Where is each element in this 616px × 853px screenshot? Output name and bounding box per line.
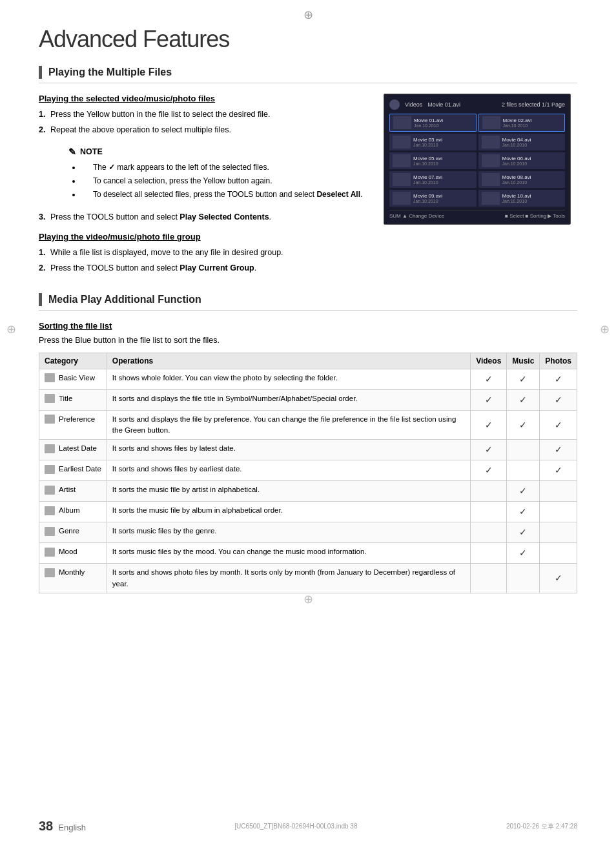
bottom-crosshair-decoration: ⊕ — [303, 592, 313, 606]
table-row: Genre It sorts music files by the genre.… — [39, 522, 577, 543]
note-icon: ✎ — [68, 145, 76, 159]
thumb — [393, 136, 411, 149]
music-check — [507, 564, 540, 593]
table-row: Earliest Date It sorts and shows files b… — [39, 460, 577, 481]
table-row: Title It sorts and displays the file tit… — [39, 389, 577, 410]
photos-check: ✓ — [540, 410, 577, 440]
title-icon — [45, 394, 55, 403]
screen-status: 2 files selected 1/1 Page — [502, 101, 565, 108]
thumb — [393, 173, 411, 186]
screen-footer: SUM ▲ Change Device ■ Select ■ Sorting ▶… — [389, 210, 565, 219]
earliest-date-icon — [45, 465, 55, 474]
screen-file-item: Movie 07.avi Jan.10.2010 — [389, 171, 477, 188]
preference-icon — [45, 415, 55, 424]
music-check: ✓ — [507, 502, 540, 522]
videos-check: ✓ — [471, 389, 507, 410]
videos-check — [471, 481, 507, 502]
cat-cell: Basic View — [39, 369, 107, 389]
table-row: Album It sorts the music file by album i… — [39, 502, 577, 522]
page-footer: 38 English [UC6500_ZT]BN68-02694H-00L03.… — [0, 819, 616, 834]
desc-cell: It sorts and displays the file by prefer… — [107, 410, 470, 440]
content-left: Playing the selected video/music/photo f… — [39, 94, 371, 278]
photos-check: ✓ — [540, 440, 577, 460]
file-info: Movie 06.avi Jan.10.2010 — [502, 156, 531, 166]
cat-cell: Genre — [39, 522, 107, 543]
table-row: Monthly It sorts and shows photo files b… — [39, 564, 577, 593]
section1-header: Playing the Multiple Files — [39, 66, 577, 83]
screen-label: Videos — [405, 101, 422, 108]
album-icon — [45, 506, 55, 515]
section2: Media Play Additional Function Sorting t… — [39, 293, 577, 593]
table-row: Preference It sorts and displays the fil… — [39, 410, 577, 440]
screen-file-item: Movie 03.avi Jan.10.2010 — [389, 134, 477, 150]
screen-file-item: Movie 01.avi Jan.10.2010 — [389, 114, 477, 132]
note-item-2: To cancel a selection, press the Yellow … — [81, 175, 364, 187]
file-info: Movie 05.avi Jan.10.2010 — [413, 156, 442, 166]
cat-cell: Album — [39, 502, 107, 522]
artist-icon — [45, 486, 55, 495]
file-info: Movie 08.avi Jan.10.2010 — [502, 174, 531, 185]
section2-header: Media Play Additional Function — [39, 293, 577, 311]
music-check — [507, 460, 540, 481]
videos-check — [471, 564, 507, 593]
videos-check: ✓ — [471, 410, 507, 440]
screen-footer-right: ■ Select ■ Sorting ▶ Tools — [505, 213, 565, 219]
desc-cell: It sorts music files by the genre. — [107, 522, 470, 543]
photos-check: ✓ — [540, 369, 577, 389]
thumb — [393, 192, 411, 205]
latest-date-icon — [45, 444, 55, 453]
music-check: ✓ — [507, 543, 540, 564]
step1-3: 3. Press the TOOLS button and select Pla… — [39, 211, 371, 223]
col-videos: Videos — [471, 353, 507, 369]
right-crosshair-decoration: ⊕ — [600, 322, 610, 336]
sort-intro: Press the Blue button in the file list t… — [39, 336, 577, 345]
music-check — [507, 440, 540, 460]
file-info: Movie 10.avi Jan.10.2010 — [502, 193, 531, 203]
file-info: Movie 09.avi Jan.10.2010 — [413, 193, 442, 203]
folder-icon — [45, 373, 55, 382]
screen-logo-icon — [389, 99, 400, 110]
photos-check — [540, 481, 577, 502]
page-title: Advanced Features — [39, 26, 577, 53]
music-check: ✓ — [507, 410, 540, 440]
thumb — [482, 136, 500, 149]
subsection1-steps: 1. Press the Yellow button in the file l… — [39, 108, 371, 223]
page-container: ⊕ ⊕ ⊕ Advanced Features Playing the Mult… — [0, 0, 616, 645]
music-check: ✓ — [507, 481, 540, 502]
table-row: Basic View It shows whole folder. You ca… — [39, 369, 577, 389]
subsection1-title: Playing the selected video/music/photo f… — [39, 94, 371, 103]
cat-cell: Preference — [39, 410, 107, 440]
section1-content: Playing the selected video/music/photo f… — [39, 94, 577, 278]
file-info: Movie 07.avi Jan.10.2010 — [413, 174, 442, 185]
screen-file-item: Movie 08.avi Jan.10.2010 — [478, 171, 566, 188]
photos-check: ✓ — [540, 389, 577, 410]
sort-title: Sorting the file list — [39, 321, 577, 331]
videos-check — [471, 502, 507, 522]
table-row: Latest Date It sorts and shows files by … — [39, 440, 577, 460]
screen-mockup: Videos Movie 01.avi 2 files selected 1/1… — [384, 94, 571, 225]
col-music: Music — [507, 353, 540, 369]
table-row: Mood It sorts music files by the mood. Y… — [39, 543, 577, 564]
desc-cell: It sorts the music file by album in alph… — [107, 502, 470, 522]
thumb — [393, 154, 411, 167]
desc-cell: It shows whole folder. You can view the … — [107, 369, 470, 389]
videos-check — [471, 522, 507, 543]
screen-file-item: Movie 06.avi Jan.10.2010 — [478, 152, 566, 169]
cat-cell: Title — [39, 389, 107, 410]
page-language: English — [58, 823, 86, 832]
screen-file-item: Movie 10.avi Jan.10.2010 — [478, 190, 566, 207]
table-row: Artist It sorts the music file by artist… — [39, 481, 577, 502]
top-crosshair-decoration: ⊕ — [303, 8, 313, 22]
music-check: ✓ — [507, 389, 540, 410]
footer-file-info: [UC6500_ZT]BN68-02694H-00L03.indb 38 — [234, 823, 357, 830]
monthly-icon — [45, 568, 55, 577]
note-item-1: The ✓ mark appears to the left of the se… — [81, 161, 364, 173]
desc-cell: It sorts music files by the mood. You ca… — [107, 543, 470, 564]
thumb — [482, 116, 500, 129]
sort-table: Category Operations Videos Music Photos … — [39, 353, 577, 593]
cat-cell: Monthly — [39, 564, 107, 593]
videos-check — [471, 543, 507, 564]
thumb — [482, 192, 500, 205]
thumb — [482, 173, 500, 186]
section1-title: Playing the Multiple Files — [48, 67, 172, 78]
